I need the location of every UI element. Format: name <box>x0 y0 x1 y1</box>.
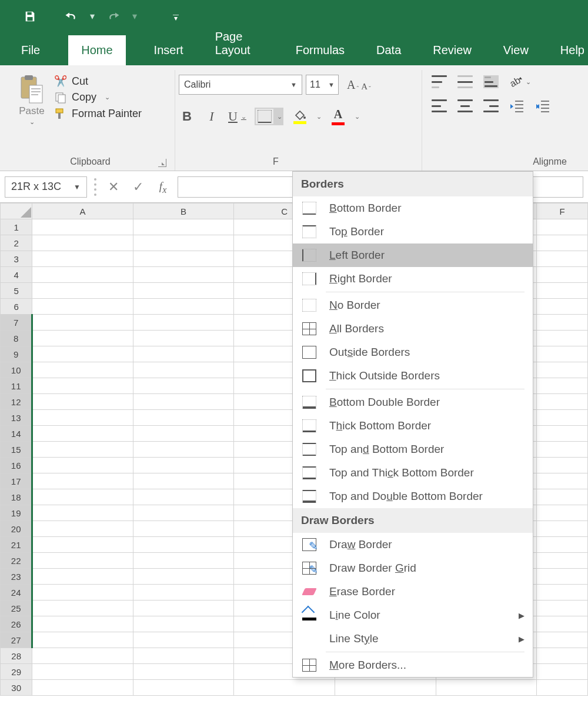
row-header[interactable]: 11 <box>1 378 32 394</box>
cell[interactable] <box>537 521 588 537</box>
font-color-dropdown-icon[interactable]: ⌄ <box>355 113 360 121</box>
cell[interactable] <box>537 251 588 267</box>
row-header[interactable]: 24 <box>1 585 32 600</box>
cell[interactable] <box>133 585 234 600</box>
row-header[interactable]: 17 <box>1 473 32 489</box>
row-header[interactable]: 14 <box>1 426 32 442</box>
border-option-line_color[interactable]: Line Color▶ <box>293 603 533 627</box>
cell[interactable] <box>133 426 234 442</box>
border-option-top_double_bottom[interactable]: Top and Double Bottom Border <box>293 485 533 508</box>
cell[interactable] <box>32 473 133 489</box>
decrease-font-size-button[interactable]: Aˇ <box>361 78 371 92</box>
borders-split-button[interactable]: ⌄ <box>255 108 283 125</box>
cell[interactable] <box>537 219 588 235</box>
cell[interactable] <box>133 299 234 315</box>
row-header[interactable]: 19 <box>1 505 32 521</box>
cell[interactable] <box>32 251 133 267</box>
border-option-erase[interactable]: Erase Border <box>293 580 533 603</box>
cell[interactable] <box>537 299 588 315</box>
cell[interactable] <box>537 632 588 648</box>
cell[interactable] <box>32 505 133 521</box>
cell[interactable] <box>32 664 133 680</box>
tab-page-layout[interactable]: Page Layout <box>212 23 268 65</box>
save-icon[interactable] <box>24 10 36 23</box>
tab-formulas[interactable]: Formulas <box>292 36 348 65</box>
cell[interactable] <box>133 569 234 585</box>
grip-icon[interactable] <box>94 178 96 196</box>
tab-file[interactable]: File <box>18 36 44 65</box>
increase-indent-button[interactable] <box>535 99 550 112</box>
row-header[interactable]: 15 <box>1 442 32 458</box>
cell[interactable] <box>32 235 133 251</box>
cell[interactable] <box>537 569 588 585</box>
decrease-indent-button[interactable] <box>509 99 524 112</box>
cell[interactable] <box>32 346 133 362</box>
row-header[interactable]: 28 <box>1 648 32 664</box>
cell[interactable] <box>32 442 133 458</box>
border-option-draw[interactable]: ✎Draw Border <box>293 533 533 556</box>
tab-home[interactable]: Home <box>68 35 125 65</box>
row-header[interactable]: 8 <box>1 331 32 346</box>
cell[interactable] <box>537 648 588 664</box>
cell[interactable] <box>537 283 588 299</box>
align-bottom-button[interactable] <box>483 75 499 88</box>
cell[interactable] <box>133 378 234 394</box>
row-header[interactable]: 26 <box>1 616 32 632</box>
cell[interactable] <box>133 346 234 362</box>
cell[interactable] <box>133 521 234 537</box>
cell[interactable] <box>537 267 588 283</box>
row-header[interactable]: 20 <box>1 521 32 537</box>
clipboard-launcher-icon[interactable] <box>158 159 166 167</box>
cell[interactable] <box>133 680 234 696</box>
cell[interactable] <box>32 521 133 537</box>
cell[interactable] <box>537 664 588 680</box>
cell[interactable] <box>537 585 588 600</box>
cell[interactable] <box>537 537 588 553</box>
border-option-top[interactable]: Top Border <box>293 220 533 243</box>
cell[interactable] <box>133 489 234 505</box>
font-size-select[interactable]: 11 ▼ <box>306 75 339 95</box>
undo-dropdown-icon[interactable]: ▾ <box>89 10 95 23</box>
cell[interactable] <box>537 235 588 251</box>
border-option-top_bottom[interactable]: Top and Bottom Border <box>293 438 533 461</box>
cell[interactable] <box>32 680 133 696</box>
cell[interactable] <box>133 648 234 664</box>
cell[interactable] <box>32 267 133 283</box>
column-header[interactable]: B <box>133 203 234 219</box>
cell[interactable] <box>133 394 234 410</box>
cell[interactable] <box>32 585 133 600</box>
cell[interactable] <box>32 600 133 616</box>
cell[interactable] <box>133 664 234 680</box>
cell[interactable] <box>32 219 133 235</box>
bold-button[interactable]: B <box>179 109 195 124</box>
cell[interactable] <box>32 553 133 569</box>
cancel-button[interactable]: ✕ <box>103 179 123 195</box>
border-option-left[interactable]: Left Border <box>293 243 533 267</box>
select-all-corner[interactable] <box>1 203 32 219</box>
cell[interactable] <box>537 505 588 521</box>
cell[interactable] <box>133 267 234 283</box>
cell[interactable] <box>133 458 234 473</box>
cell[interactable] <box>32 299 133 315</box>
cell[interactable] <box>537 458 588 473</box>
orientation-button[interactable]: ab ⌄ <box>509 75 531 89</box>
row-header[interactable]: 21 <box>1 537 32 553</box>
row-header[interactable]: 2 <box>1 235 32 251</box>
cell[interactable] <box>133 537 234 553</box>
cell[interactable] <box>537 442 588 458</box>
align-middle-button[interactable] <box>457 75 473 88</box>
cell[interactable] <box>32 362 133 378</box>
cell[interactable] <box>133 632 234 648</box>
border-option-right[interactable]: Right Border <box>293 267 533 291</box>
row-header[interactable]: 29 <box>1 664 32 680</box>
border-option-more[interactable]: More Borders... <box>293 653 533 677</box>
cell[interactable] <box>32 632 133 648</box>
border-option-bottom[interactable]: Bottom Border <box>293 196 533 220</box>
row-header[interactable]: 5 <box>1 283 32 299</box>
cell[interactable] <box>133 235 234 251</box>
customize-qat-icon[interactable]: —▾ <box>173 10 179 23</box>
cell[interactable] <box>335 680 436 696</box>
cell[interactable] <box>133 505 234 521</box>
row-header[interactable]: 3 <box>1 251 32 267</box>
cell[interactable] <box>537 346 588 362</box>
